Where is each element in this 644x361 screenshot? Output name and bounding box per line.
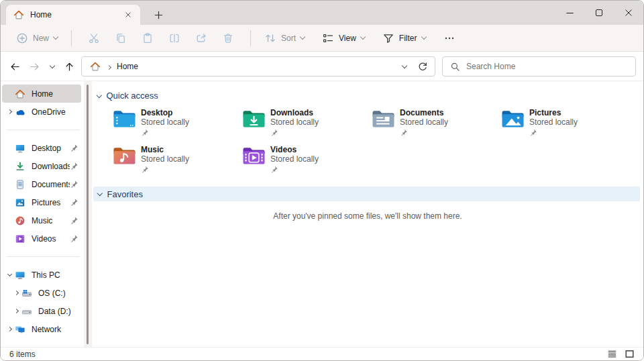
sidebar-item-documents[interactable]: Documents	[2, 175, 81, 193]
quick-access-tile-music[interactable]: Music Stored locally	[113, 144, 242, 173]
pictures-icon	[15, 197, 25, 208]
maximize-button[interactable]	[584, 1, 614, 25]
sidebar-item-os-c-[interactable]: OS (C:)	[9, 284, 81, 302]
sidebar-item-label: Music	[32, 216, 70, 225]
quick-access-tile-videos[interactable]: Videos Stored locally	[242, 144, 372, 173]
folder-music-icon	[113, 146, 136, 166]
sidebar-item-label: Network	[32, 325, 78, 334]
sidebar-item-label: This PC	[32, 270, 78, 280]
folder-desktop-icon	[113, 109, 136, 129]
network-icon	[15, 324, 25, 335]
favorites-empty-message: After you've pinned some files, we'll sh…	[92, 211, 643, 221]
chevron-down-icon	[97, 93, 102, 98]
delete-button[interactable]	[215, 29, 241, 48]
recent-locations-button[interactable]	[45, 58, 60, 74]
new-button-label: New	[33, 34, 49, 43]
file-explorer-window: Home New Sort View	[0, 0, 644, 361]
close-button[interactable]	[614, 1, 643, 25]
search-icon	[450, 62, 460, 72]
folder-downloads-icon	[242, 109, 266, 129]
chevron-right-icon[interactable]	[14, 291, 19, 295]
onedrive-icon	[15, 107, 25, 117]
up-button[interactable]	[60, 58, 78, 74]
sidebar-item-label: Videos	[32, 234, 70, 244]
sidebar-scrollbar[interactable]	[84, 81, 92, 347]
folder-pictures-icon	[501, 109, 525, 129]
sidebar-item-label: Downloads	[32, 162, 70, 171]
back-button[interactable]	[6, 58, 23, 74]
quick-access-tile-documents[interactable]: Documents Stored locally	[372, 107, 501, 136]
tile-title: Music	[141, 145, 189, 154]
sidebar-item-pictures[interactable]: Pictures	[2, 193, 81, 211]
chevron-down-icon	[360, 34, 366, 40]
chevron-down-icon	[50, 62, 55, 68]
chevron-down-icon	[97, 191, 103, 196]
minimize-button[interactable]	[555, 1, 584, 25]
search-input[interactable]	[466, 62, 630, 71]
paste-icon	[142, 32, 154, 44]
home-icon	[15, 89, 25, 99]
sidebar-item-partial[interactable]	[2, 338, 81, 347]
new-button[interactable]: New	[11, 29, 62, 48]
refresh-icon[interactable]	[417, 61, 428, 72]
rename-button[interactable]	[161, 29, 188, 48]
osdrive-icon	[21, 288, 32, 299]
new-tab-button[interactable]	[150, 7, 167, 22]
scrollbar-thumb[interactable]	[87, 85, 89, 344]
folder-documents-icon	[372, 109, 395, 129]
datadrive-icon	[21, 306, 32, 317]
sidebar-item-music[interactable]: Music	[2, 211, 81, 229]
filter-button[interactable]: Filter	[378, 29, 431, 48]
more-options-button[interactable]	[439, 29, 460, 48]
chevron-down-icon	[421, 34, 426, 40]
pin-icon	[141, 128, 149, 136]
breadcrumb-home[interactable]: Home	[117, 62, 138, 71]
chevron-right-icon[interactable]	[14, 309, 19, 313]
sidebar-item-data-d-[interactable]: Data (D:)	[9, 302, 81, 320]
toolbar-divider	[71, 30, 72, 46]
cut-button[interactable]	[80, 29, 107, 48]
view-button[interactable]: View	[317, 29, 370, 48]
tile-title: Downloads	[270, 108, 319, 117]
sidebar-item-videos[interactable]: Videos	[2, 229, 81, 248]
paste-button[interactable]	[134, 29, 161, 48]
sidebar-item-desktop[interactable]: Desktop	[2, 139, 81, 157]
copy-button[interactable]	[107, 29, 134, 48]
large-icons-view-icon[interactable]	[625, 349, 635, 360]
address-dropdown-icon[interactable]	[402, 62, 407, 68]
thispc-icon	[15, 270, 25, 280]
sidebar-item-network[interactable]: Network	[2, 320, 81, 338]
share-button[interactable]	[188, 29, 215, 48]
favorites-header[interactable]: Favorites	[93, 187, 640, 201]
quick-access-tile-downloads[interactable]: Downloads Stored locally	[242, 107, 372, 136]
quick-access-header[interactable]: Quick access	[97, 91, 158, 101]
quick-access-tile-desktop[interactable]: Desktop Stored locally	[113, 107, 242, 136]
tile-status: Stored locally	[270, 154, 319, 164]
toolbar-divider	[250, 30, 251, 46]
sidebar-item-downloads[interactable]: Downloads	[2, 157, 81, 175]
tab-close-icon[interactable]	[121, 8, 135, 21]
folder-videos-icon	[242, 146, 266, 166]
sidebar-item-this-pc[interactable]: This PC	[2, 266, 81, 284]
tab-home[interactable]: Home	[6, 5, 140, 25]
tile-title: Pictures	[529, 108, 578, 117]
address-bar[interactable]: Home	[81, 56, 435, 76]
chevron-right-icon[interactable]	[7, 109, 12, 114]
status-bar: 6 items	[1, 347, 643, 360]
search-box	[442, 56, 636, 76]
chevron-down-icon	[53, 34, 58, 40]
view-icon	[322, 32, 334, 44]
forward-button[interactable]	[25, 58, 43, 74]
content-pane: Quick access Desktop Stored locally Down…	[92, 81, 643, 347]
sort-button-label: Sort	[281, 34, 296, 43]
sidebar-item-onedrive[interactable]: OneDrive	[2, 103, 81, 121]
sort-button[interactable]: Sort	[260, 29, 309, 48]
sidebar-item-home[interactable]: Home	[2, 85, 81, 103]
tile-status: Stored locally	[529, 117, 578, 127]
cut-icon	[88, 32, 100, 44]
details-view-icon[interactable]	[607, 349, 618, 360]
pin-icon	[70, 180, 78, 189]
quick-access-tile-pictures[interactable]: Pictures Stored locally	[501, 107, 631, 136]
chevron-right-icon[interactable]	[7, 327, 12, 331]
chevron-down-icon[interactable]	[7, 271, 12, 276]
